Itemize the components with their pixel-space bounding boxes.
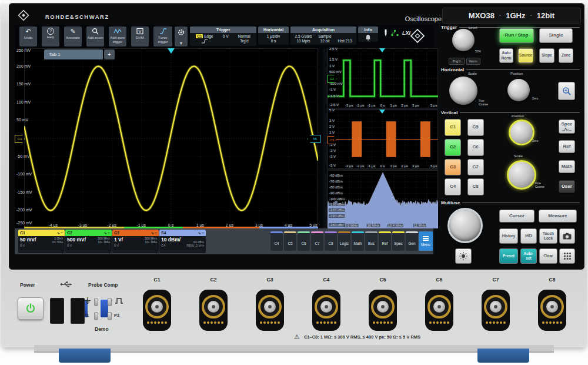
user-button[interactable]: User: [559, 180, 575, 193]
display-settings-button[interactable]: ▼: [175, 26, 188, 47]
force-trigger-button[interactable]: Force trigger: [153, 26, 172, 47]
channel-badge[interactable]: S4∿ − 10 dBm/-50 dBm C4RBW: 2 kHz: [159, 230, 206, 253]
add-zoom-button[interactable]: Add zoom: [86, 26, 104, 47]
channel-button[interactable]: C5: [467, 119, 484, 136]
menu-button[interactable]: Menu: [419, 231, 433, 251]
trigger-status-group[interactable]: Trigger C1 Edge 0 V NormalTrg'd: [190, 26, 256, 46]
channel-badge[interactable]: C3∿ − 1 V/500 MHzDC 1MΩ 0 V: [112, 230, 159, 253]
channel-button[interactable]: C2: [445, 139, 461, 156]
vertical-channel-buttons: C1C2C3C4C5C6C7C8: [445, 119, 485, 195]
tab-1[interactable]: Tab 1: [44, 49, 103, 59]
camera-icon: [563, 233, 572, 240]
preset-button[interactable]: Preset: [499, 248, 518, 264]
slope-button[interactable]: Slope: [539, 48, 554, 63]
resource-button[interactable]: C5: [284, 231, 296, 251]
power-button[interactable]: [18, 297, 44, 320]
channel-button[interactable]: C6: [467, 139, 484, 156]
vertical-scale-knob[interactable]: [507, 160, 536, 190]
cursor-button[interactable]: Cursor: [499, 210, 534, 223]
trigger-position-marker[interactable]: [168, 48, 175, 54]
demo-label: Demo: [95, 326, 109, 332]
intensity-button[interactable]: [455, 248, 472, 264]
channel-button[interactable]: C4: [445, 178, 461, 195]
vertical-position-knob[interactable]: [509, 120, 534, 145]
ref-button[interactable]: Ref: [559, 140, 575, 153]
hamburger-icon: [423, 235, 429, 242]
spec-button[interactable]: Spec: [559, 120, 575, 134]
resource-button[interactable]: C8: [325, 231, 337, 251]
run-stop-button[interactable]: Run / Stop: [499, 28, 534, 43]
c3-panel[interactable]: 5 V3 V2 V1 V-1 V-2 V-3 V-5 V -3 μs-2 μs-…: [328, 110, 438, 170]
axis-label: 9.6 MHz: [344, 224, 358, 227]
help-button[interactable]: ?Help: [42, 26, 59, 47]
c2-x-axis: -3 μs-2 μs-1 μs0 s1 μs2 μs3 μs5 μs: [328, 48, 438, 108]
axis-label: 0 s: [379, 104, 385, 107]
single-button[interactable]: Single: [539, 28, 573, 43]
main-waveform-area[interactable]: 250 mV200 mV150 mV100 mV50 mV-50 mV-100 …: [15, 48, 318, 228]
add-tab-button[interactable]: +: [104, 49, 115, 59]
horizontal-scale: 1 μs/div: [267, 34, 280, 38]
s4-spectrum-panel[interactable]: -60 dBm-70 dBm-80 dBm-90 dBm-100 dBm-110…: [328, 170, 438, 228]
add-zone-trigger-button[interactable]: Add zone trigger: [109, 26, 126, 47]
resource-button[interactable]: Spec: [392, 231, 405, 251]
measure-button[interactable]: Measure: [539, 210, 577, 223]
trigger-mode: Normal: [238, 34, 250, 38]
bnc-label: C4: [323, 277, 330, 283]
horizontal-status-group[interactable]: Horizontal 1 μs/div0 s: [258, 26, 289, 45]
horizontal-position-knob[interactable]: [507, 79, 530, 101]
horizontal-scale-knob[interactable]: [449, 77, 477, 105]
clear-button[interactable]: Clear: [539, 248, 557, 264]
trigger-level-knob[interactable]: [452, 29, 475, 51]
axis-label: 3 μs: [412, 104, 419, 107]
side-panels: 2.5 V1.5 V1 V500 mV-500 mV-1 V-1.5 V-2.5…: [323, 48, 438, 228]
channel-button[interactable]: C3: [445, 159, 461, 176]
hd-button[interactable]: HD: [520, 228, 537, 244]
auto-norm-button[interactable]: Auto Norm: [499, 48, 513, 63]
channel-badge[interactable]: C1∿ − 50 mV/1 GHzDC 50Ω 0 V: [18, 230, 65, 253]
channel-button[interactable]: C7: [467, 159, 484, 176]
screenshot-button[interactable]: [559, 228, 575, 244]
acquisition-mode: Sample: [319, 34, 332, 38]
horizontal-zero-label: Zero: [532, 97, 538, 100]
p1-label: P1: [83, 313, 89, 318]
power-icon: [25, 303, 36, 314]
magnifier-plus-icon: [562, 87, 572, 96]
p2-label: P2: [114, 313, 119, 318]
zoom-button[interactable]: [558, 82, 575, 100]
source-button[interactable]: Source: [518, 48, 533, 63]
warning-icon: ⚠: [294, 333, 300, 341]
axis-label: 5 μs: [430, 104, 437, 107]
resource-button[interactable]: C7: [311, 231, 323, 251]
c2-panel[interactable]: 2.5 V1.5 V1 V500 mV-500 mV-1 V-1.5 V-2.5…: [328, 48, 438, 110]
resource-button[interactable]: C4: [270, 231, 283, 251]
probe-comp-label: Probe Comp: [88, 282, 118, 288]
math-button[interactable]: Math: [559, 160, 575, 173]
bnc-label: C3: [267, 277, 273, 283]
resource-button[interactable]: Gen: [406, 231, 418, 251]
resource-button[interactable]: C6: [298, 231, 310, 251]
channel-badge[interactable]: C2∿ − 500 mV/500 MHzDC 1MΩ 0 V: [65, 230, 112, 253]
voltage-warning: ⚠ C1–C8: 1 MΩ: ≤ 300 V RMS, ≤ 400 V pk; …: [294, 333, 420, 341]
resource-button[interactable]: Logic: [338, 231, 350, 251]
channel-button[interactable]: C8: [467, 178, 484, 195]
pencil-icon: ✎: [70, 28, 75, 35]
touch-lock-button[interactable]: Touch Lock: [539, 228, 557, 244]
zone-button[interactable]: Zone: [559, 48, 573, 63]
resource-button[interactable]: Ref: [379, 231, 391, 251]
usb-port-1: [50, 298, 64, 324]
autoset-button[interactable]: Auto- set: [520, 248, 537, 264]
resource-button[interactable]: Math: [352, 231, 364, 251]
vertical-section-label: Vertical: [441, 110, 457, 115]
axis-label: 10.4 MHz: [387, 224, 403, 227]
bnc-label: C1: [154, 277, 161, 283]
history-button[interactable]: History: [499, 228, 518, 244]
dvm-button[interactable]: VDVM: [131, 26, 149, 47]
acquisition-status-group[interactable]: Acquisition 2.5 GSa/s10 Mpts Sample12 bi…: [290, 26, 356, 45]
multiuse-knob[interactable]: [447, 208, 483, 243]
annotate-button[interactable]: ✎Annotate: [64, 26, 82, 47]
resource-button[interactable]: Bus: [365, 231, 377, 251]
keypad-button[interactable]: [559, 248, 575, 264]
channel-button[interactable]: C1: [445, 119, 461, 136]
undo-button[interactable]: ↶Undo: [19, 26, 37, 47]
info-status-group[interactable]: Info: [358, 26, 378, 42]
